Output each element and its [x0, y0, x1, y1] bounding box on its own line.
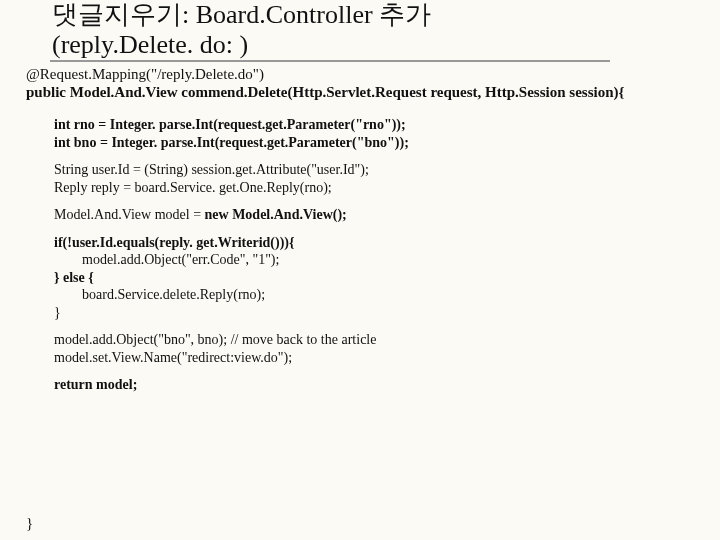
code-text: new Model.And.View();: [205, 207, 347, 222]
slide: 댓글지우기: Board.Controller 추가 (reply.Delete…: [0, 0, 720, 540]
title-line-2: (reply.Delete. do: ): [46, 30, 676, 60]
method-signature: public Model.And.View commend.Delete(Htt…: [26, 84, 706, 101]
code-line: String user.Id = (String) session.get.At…: [54, 161, 694, 179]
title-underline: [50, 60, 610, 62]
code-line: Model.And.View model = new Model.And.Vie…: [54, 206, 694, 224]
code-line: }: [54, 304, 694, 322]
code-line: model.add.Object("bno", bno); // move ba…: [54, 331, 694, 349]
code-line: int bno = Integer. parse.Int(request.get…: [54, 134, 694, 152]
code-line: model.add.Object("err.Code", "1");: [54, 251, 694, 269]
code-line: return model;: [54, 376, 694, 394]
closing-brace: }: [26, 515, 33, 532]
title-block: 댓글지우기: Board.Controller 추가 (reply.Delete…: [46, 0, 676, 62]
code-line: board.Service.delete.Reply(rno);: [54, 286, 694, 304]
annotation-line: @Request.Mapping("/reply.Delete.do"): [26, 66, 264, 83]
title-line-1: 댓글지우기: Board.Controller 추가: [46, 0, 676, 30]
code-text: Model.And.View model =: [54, 207, 205, 222]
code-line: Reply reply = board.Service. get.One.Rep…: [54, 179, 694, 197]
code-line: } else {: [54, 269, 694, 287]
code-line: if(!user.Id.equals(reply. get.Writerid()…: [54, 234, 694, 252]
code-block: int rno = Integer. parse.Int(request.get…: [54, 116, 694, 394]
code-line: int rno = Integer. parse.Int(request.get…: [54, 116, 694, 134]
code-line: model.set.View.Name("redirect:view.do");: [54, 349, 694, 367]
